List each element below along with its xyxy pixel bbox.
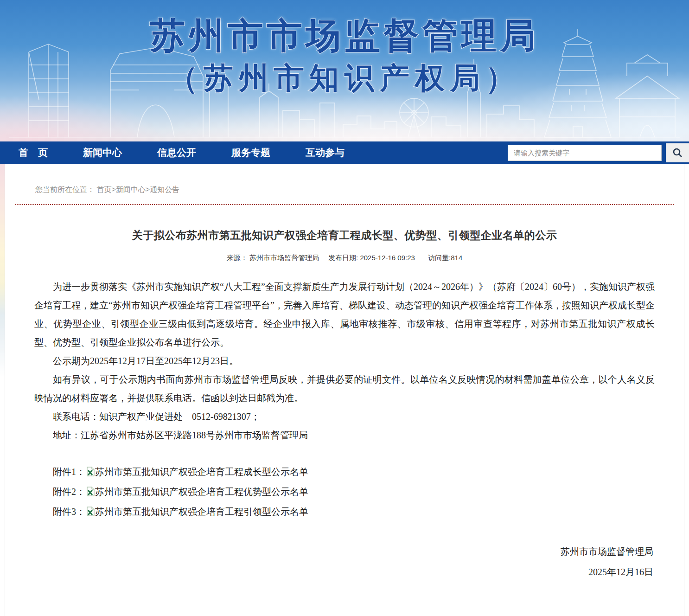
breadcrumb-label: 您当前所在位置：	[35, 186, 95, 193]
breadcrumb-home[interactable]: 首页	[96, 186, 111, 193]
article-visit-count: 访问量:814	[428, 254, 462, 262]
site-title-line2: （苏州市知识产权局）	[0, 58, 689, 98]
search-area	[508, 143, 689, 162]
dotted-divider	[15, 204, 674, 205]
paragraph-intro: 为进一步贯彻落实《苏州市实施知识产权“八大工程”全面支撑新质生产力发展行动计划（…	[34, 277, 655, 352]
signature-organization: 苏州市市场监督管理局	[5, 541, 653, 562]
excel-file-icon	[86, 467, 95, 476]
site-title-line1: 苏州市市场监督管理局	[0, 14, 689, 58]
page-edge-decoration	[0, 164, 5, 424]
search-button[interactable]	[666, 143, 689, 162]
attachments: 附件1：苏州市第五批知识产权强企培育工程成长型公示名单 附件2：苏州市第五批知识…	[5, 462, 684, 522]
breadcrumb: 您当前所在位置： 首页>新闻中心>通知公告	[5, 164, 684, 204]
attachment-label: 附件3：	[53, 507, 85, 517]
paragraph-address: 地址：江苏省苏州市姑苏区平泷路188号苏州市市场监督管理局	[34, 426, 655, 444]
attachment-link-advantage-list[interactable]: 苏州市第五批知识产权强企培育工程优势型公示名单	[95, 487, 308, 497]
article-source: 来源： 苏州市市场监督管理局	[227, 254, 319, 262]
attachment-label: 附件2：	[53, 487, 85, 497]
attachment-label: 附件1：	[53, 467, 85, 477]
article-publish-date: 发布日期: 2025-12-16 09:23	[328, 254, 415, 262]
nav-items: 首 页 新闻中心 信息公开 服务专题 互动参与	[0, 146, 380, 159]
nav-item-info-disclosure[interactable]: 信息公开	[157, 146, 196, 159]
article-signature: 苏州市市场监督管理局 2025年12月16日	[5, 541, 684, 582]
article-body: 为进一步贯彻落实《苏州市实施知识产权“八大工程”全面支撑新质生产力发展行动计划（…	[5, 277, 684, 444]
signature-date: 2025年12月16日	[5, 562, 653, 582]
breadcrumb-notices[interactable]: 通知公告	[150, 186, 179, 193]
site-banner: 苏州市市场监督管理局 （苏州市知识产权局）	[0, 0, 689, 141]
attachment-row: 附件1：苏州市第五批知识产权强企培育工程成长型公示名单	[34, 462, 655, 482]
main-navbar: 首 页 新闻中心 信息公开 服务专题 互动参与	[0, 141, 689, 164]
attachment-link-leading-list[interactable]: 苏州市第五批知识产权强企培育工程引领型公示名单	[95, 507, 308, 517]
breadcrumb-separator: >	[146, 186, 150, 193]
site-title: 苏州市市场监督管理局 （苏州市知识产权局）	[0, 14, 689, 98]
attachment-row: 附件3：苏州市第五批知识产权强企培育工程引领型公示名单	[34, 502, 655, 522]
nav-item-interaction[interactable]: 互动参与	[306, 146, 344, 159]
paragraph-publicity-period: 公示期为2025年12月17日至2025年12月23日。	[34, 352, 655, 370]
search-icon	[672, 147, 683, 158]
article-title: 关于拟公布苏州市第五批知识产权强企培育工程成长型、优势型、引领型企业名单的公示	[5, 228, 684, 243]
attachment-row: 附件2：苏州市第五批知识产权强企培育工程优势型公示名单	[34, 482, 655, 502]
nav-item-news[interactable]: 新闻中心	[83, 146, 122, 159]
content-panel: 您当前所在位置： 首页>新闻中心>通知公告 关于拟公布苏州市第五批知识产权强企培…	[5, 164, 684, 616]
excel-file-icon	[86, 507, 95, 516]
search-input[interactable]	[508, 145, 662, 161]
nav-item-service-topics[interactable]: 服务专题	[231, 146, 270, 159]
attachment-link-growth-list[interactable]: 苏州市第五批知识产权强企培育工程成长型公示名单	[95, 467, 308, 477]
article-meta: 来源： 苏州市市场监督管理局 发布日期: 2025-12-16 09:23 访问…	[5, 254, 684, 263]
paragraph-contact-phone: 联系电话：知识产权产业促进处 0512-69821307；	[34, 407, 655, 426]
breadcrumb-separator: >	[111, 186, 115, 193]
breadcrumb-news-center[interactable]: 新闻中心	[116, 186, 146, 193]
nav-item-home[interactable]: 首 页	[19, 146, 48, 159]
excel-file-icon	[86, 487, 95, 496]
paragraph-objection: 如有异议，可于公示期内书面向苏州市市场监督管理局反映，并提供必要的证明文件。以单…	[34, 370, 655, 407]
